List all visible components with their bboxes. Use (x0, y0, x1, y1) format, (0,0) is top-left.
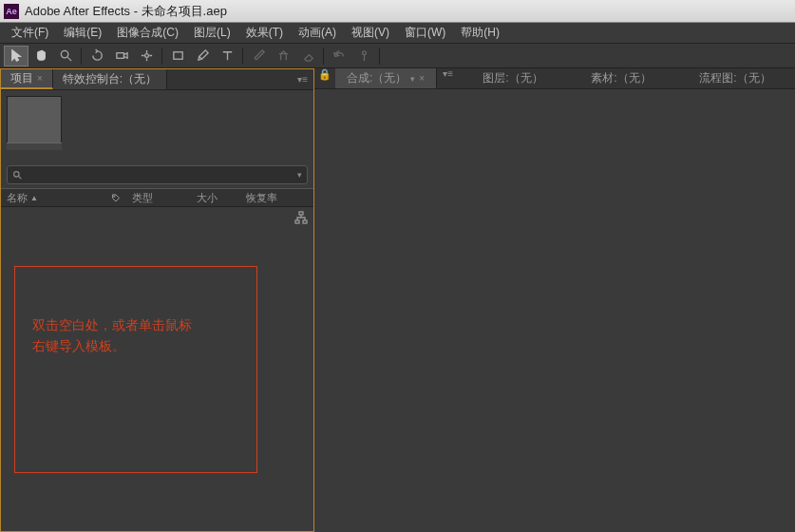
anchor-tool[interactable] (134, 46, 159, 66)
panel-menu-left[interactable]: ▾≡ (292, 74, 313, 85)
pin-tool[interactable] (351, 46, 376, 66)
hint-line1: 双击空白处，或者单击鼠标 (32, 314, 239, 335)
close-icon[interactable]: × (419, 73, 425, 84)
tab-footage[interactable]: 素材:（无） (579, 68, 662, 88)
menu-bar: 文件(F) 编辑(E) 图像合成(C) 图层(L) 效果(T) 动画(A) 视图… (0, 23, 795, 44)
roto-tool[interactable] (327, 46, 351, 66)
eraser-tool[interactable] (295, 46, 320, 66)
column-header: 名称 ▲ 类型 大小 恢复率 (1, 188, 313, 207)
window-titlebar: Ae Adobe After Effects - 未命名项目.aep (0, 0, 795, 23)
brush-tool[interactable] (246, 46, 271, 66)
col-size[interactable]: 大小 (191, 191, 240, 205)
clone-tool[interactable] (271, 46, 295, 66)
col-duration[interactable]: 恢复率 (240, 191, 313, 205)
pen-tool[interactable] (190, 46, 215, 66)
rotation-tool[interactable] (85, 46, 109, 66)
hint-line2: 右键导入模板。 (32, 335, 239, 356)
composition-viewer[interactable] (314, 89, 795, 532)
tab-effect-controls-label: 特效控制台:（无） (63, 71, 157, 87)
tool-bar (0, 44, 795, 68)
thumbnail-area (1, 90, 313, 162)
menu-file[interactable]: 文件(F) (4, 23, 56, 43)
search-input[interactable]: ▾ (7, 165, 308, 184)
tab-project-label: 项目 (10, 70, 33, 86)
menu-window[interactable]: 窗口(W) (397, 23, 453, 43)
flowchart-icon[interactable] (294, 211, 310, 226)
close-icon[interactable]: × (37, 73, 43, 84)
menu-composition[interactable]: 图像合成(C) (109, 23, 186, 43)
dropdown-icon: ▾ (410, 74, 415, 84)
menu-edit[interactable]: 编辑(E) (56, 23, 109, 43)
selection-tool[interactable] (4, 46, 28, 66)
menu-animation[interactable]: 动画(A) (291, 23, 344, 43)
col-tag[interactable] (105, 193, 126, 203)
app-icon: Ae (4, 4, 19, 19)
tab-project[interactable]: 项目 × (1, 69, 53, 89)
menu-view[interactable]: 视图(V) (344, 23, 397, 43)
svg-rect-9 (303, 220, 307, 223)
search-icon (12, 170, 23, 180)
panel-menu-right[interactable]: ▾≡ (437, 68, 459, 88)
project-panel: 项目 × 特效控制台:（无） ▾≡ ▾ 名称 ▲ (0, 68, 314, 532)
annotation-box: 双击空白处，或者单击鼠标 右键导入模板。 (14, 266, 257, 473)
hand-tool[interactable] (28, 46, 53, 66)
menu-help[interactable]: 帮助(H) (453, 23, 507, 43)
svg-point-0 (61, 50, 68, 58)
col-type[interactable]: 类型 (126, 191, 191, 205)
dropdown-icon[interactable]: ▾ (297, 170, 302, 180)
tab-composition[interactable]: 合成:（无） ▾ × (335, 68, 437, 88)
thumbnail-bar (7, 142, 62, 150)
svg-point-4 (362, 51, 366, 55)
tab-layer[interactable]: 图层:（无） (471, 68, 554, 88)
sort-icon: ▲ (30, 194, 38, 202)
window-title: Adobe After Effects - 未命名项目.aep (25, 3, 227, 20)
svg-rect-3 (173, 52, 181, 60)
text-tool[interactable] (215, 46, 239, 66)
workspace: 项目 × 特效控制台:（无） ▾≡ ▾ 名称 ▲ (0, 68, 795, 532)
menu-layer[interactable]: 图层(L) (186, 23, 238, 43)
menu-effect[interactable]: 效果(T) (238, 23, 291, 43)
left-tab-row: 项目 × 特效控制台:（无） ▾≡ (1, 69, 313, 90)
project-body[interactable]: 双击空白处，或者单击鼠标 右键导入模板。 (1, 207, 313, 531)
svg-rect-8 (295, 220, 299, 223)
svg-point-5 (14, 171, 20, 177)
svg-rect-1 (116, 53, 123, 59)
lock-icon[interactable]: 🔒 (318, 68, 331, 88)
tab-flowchart[interactable]: 流程图:（无） (688, 68, 782, 88)
col-name[interactable]: 名称 ▲ (1, 191, 105, 205)
camera-tool[interactable] (109, 46, 134, 66)
tab-effect-controls[interactable]: 特效控制台:（无） (53, 69, 167, 89)
tag-icon (111, 193, 121, 203)
composition-thumbnail[interactable] (7, 96, 62, 143)
svg-point-6 (114, 196, 115, 197)
right-tab-row: 🔒 合成:（无） ▾ × ▾≡ 图层:（无） 素材:（无） 流程图:（无） (314, 68, 795, 89)
viewer-panel: 🔒 合成:（无） ▾ × ▾≡ 图层:（无） 素材:（无） 流程图:（无） (314, 68, 795, 532)
svg-rect-7 (299, 212, 303, 215)
rectangle-tool[interactable] (165, 46, 190, 66)
svg-point-2 (144, 54, 148, 58)
zoom-tool[interactable] (53, 46, 78, 66)
